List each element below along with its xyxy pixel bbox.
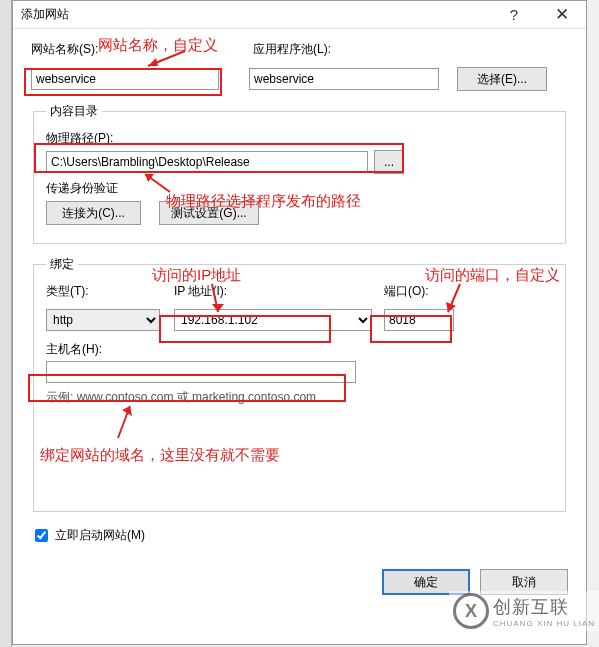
physical-path-input[interactable] <box>46 151 368 173</box>
hostname-input[interactable] <box>46 361 356 383</box>
svg-marker-3 <box>145 174 154 182</box>
arrow-sitename <box>140 48 190 72</box>
add-website-dialog: 添加网站 ? ✕ 网站名称(S): 应用程序池(L): 选择(E)... 内容目… <box>12 0 587 645</box>
watermark: X 创新互联 CHUANG XIN HU LIAN <box>449 591 599 631</box>
background-strip <box>0 0 12 647</box>
arrow-port <box>440 280 470 318</box>
binding-legend: 绑定 <box>46 256 78 273</box>
app-pool-input <box>249 68 439 90</box>
start-immediately-checkbox[interactable] <box>35 529 48 542</box>
watermark-logo: X <box>453 593 489 629</box>
physical-path-label: 物理路径(P): <box>46 130 553 147</box>
svg-marker-1 <box>148 58 158 66</box>
watermark-text-en: CHUANG XIN HU LIAN <box>493 619 595 628</box>
help-button[interactable]: ? <box>490 1 538 29</box>
arrow-hostname <box>110 402 140 444</box>
hostname-label: 主机名(H): <box>46 341 553 358</box>
app-pool-label: 应用程序池(L): <box>253 41 331 58</box>
port-label: 端口(O): <box>384 283 429 300</box>
annot-text-hostname: 绑定网站的域名，这里没有就不需要 <box>40 446 280 465</box>
close-button[interactable]: ✕ <box>538 1 586 29</box>
type-label: 类型(T): <box>46 283 174 300</box>
arrow-ip <box>200 280 230 318</box>
dialog-title: 添加网站 <box>21 6 490 23</box>
titlebar: 添加网站 ? ✕ <box>13 1 586 29</box>
binding-group: 绑定 类型(T): IP 地址(I): 端口(O): http 192.168.… <box>33 256 566 512</box>
watermark-text-cn: 创新互联 <box>493 595 595 619</box>
site-name-input[interactable] <box>31 68 219 90</box>
type-select[interactable]: http <box>46 309 160 331</box>
connect-as-button[interactable]: 连接为(C)... <box>46 201 141 225</box>
annot-text-path: 物理路径选择程序发布的路径 <box>166 192 361 211</box>
start-immediately-label: 立即启动网站(M) <box>55 527 145 544</box>
browse-button[interactable]: ... <box>374 150 404 174</box>
arrow-path <box>130 170 180 198</box>
select-app-pool-button[interactable]: 选择(E)... <box>457 67 547 91</box>
content-directory-group: 内容目录 物理路径(P): ... 传递身份验证 连接为(C)... 测试设置(… <box>33 103 566 244</box>
svg-marker-5 <box>212 304 224 312</box>
content-directory-legend: 内容目录 <box>46 103 102 120</box>
